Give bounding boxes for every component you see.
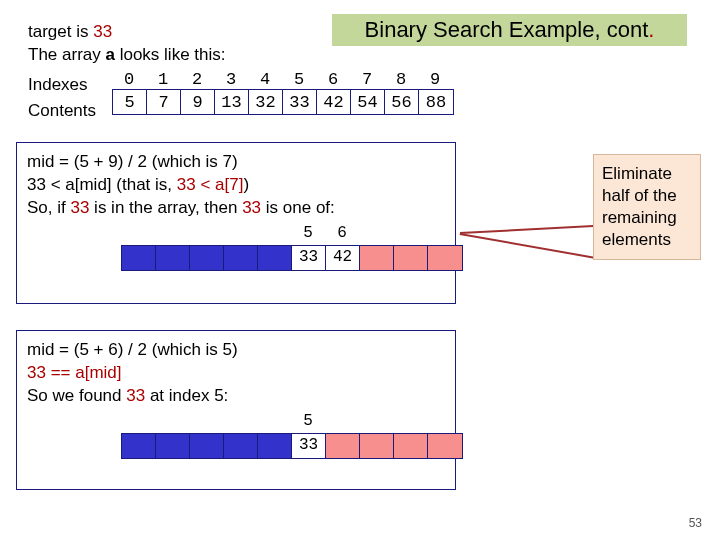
- callout-pointer-line: [460, 233, 596, 259]
- step-panel-2: mid = (5 + 6) / 2 (which is 5) 33 == a[m…: [16, 330, 456, 490]
- removed-cell: [394, 246, 428, 270]
- eliminated-cell: [258, 246, 292, 270]
- removed-cell: [360, 434, 394, 458]
- removed-cell: [394, 434, 428, 458]
- target-line: target is 33: [28, 21, 226, 44]
- intro-block: target is 33 The array a looks like this…: [28, 21, 226, 67]
- array-table: 0 1 2 3 4 5 6 7 8 9 5 7 9 13 32 33 42 54…: [112, 70, 454, 115]
- index-row: 0 1 2 3 4 5 6 7 8 9: [112, 70, 454, 89]
- removed-cell: [428, 434, 462, 458]
- candidate-cell: 42: [326, 246, 360, 270]
- eliminated-cell: [122, 246, 156, 270]
- eliminated-cell: [224, 246, 258, 270]
- removed-cell: [360, 246, 394, 270]
- contents-row: 5 7 9 13 32 33 42 54 56 88: [112, 89, 454, 115]
- eliminated-cell: [156, 246, 190, 270]
- eliminated-cell: [190, 246, 224, 270]
- indexes-label: Indexes: [28, 72, 96, 98]
- contents-label: Contents: [28, 98, 96, 124]
- removed-cell: [326, 434, 360, 458]
- eliminated-cell: [190, 434, 224, 458]
- removed-cell: [428, 246, 462, 270]
- title-dot: .: [648, 17, 654, 43]
- step1-line1: mid = (5 + 9) / 2 (which is 7): [27, 151, 445, 174]
- callout-pointer-line: [460, 225, 598, 234]
- eliminated-cell: [156, 434, 190, 458]
- slide-title: Binary Search Example, cont.: [332, 14, 687, 46]
- eliminated-cell: [122, 434, 156, 458]
- title-text: Binary Search Example, cont: [365, 17, 649, 43]
- step2-line2: 33 == a[mid]: [27, 362, 445, 385]
- found-cell: 33: [292, 434, 326, 458]
- callout-box: Eliminate half of the remaining elements: [593, 154, 701, 260]
- candidate-cell: 33: [292, 246, 326, 270]
- step1-line3: So, if 33 is in the array, then 33 is on…: [27, 197, 445, 220]
- step1-mini-array: 5 6 33 42: [121, 223, 463, 271]
- eliminated-cell: [224, 434, 258, 458]
- page-number: 53: [689, 516, 702, 530]
- array-desc-line: The array a looks like this:: [28, 44, 226, 67]
- step2-line3: So we found 33 at index 5:: [27, 385, 445, 408]
- step2-mini-array: 5 33: [121, 411, 463, 459]
- step1-line2: 33 < a[mid] (that is, 33 < a[7]): [27, 174, 445, 197]
- row-labels: Indexes Contents: [28, 72, 96, 123]
- step-panel-1: mid = (5 + 9) / 2 (which is 7) 33 < a[mi…: [16, 142, 456, 304]
- eliminated-cell: [258, 434, 292, 458]
- callout-text: Eliminate half of the remaining elements: [602, 164, 677, 249]
- step2-line1: mid = (5 + 6) / 2 (which is 5): [27, 339, 445, 362]
